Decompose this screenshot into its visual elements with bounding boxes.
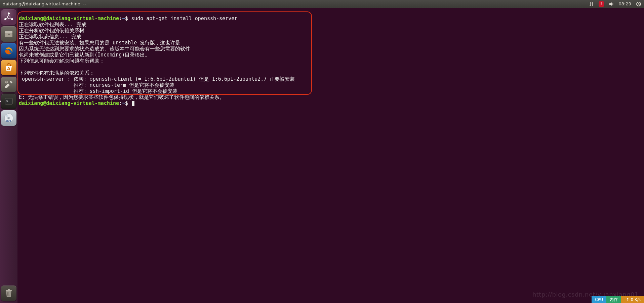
prompt-user: daixiang@daixiang-virtual-machine xyxy=(19,100,119,106)
command-text: sudo apt-get install openssh-server xyxy=(131,15,237,22)
cursor xyxy=(132,101,134,106)
terminal-viewport[interactable]: daixiang@daixiang-virtual-machine:~$ sud… xyxy=(17,8,644,303)
output-line: openssh-server : 依赖: openssh-client (= 1… xyxy=(19,76,295,82)
clock[interactable]: 08:29 xyxy=(619,1,631,6)
prompt-path: ~ xyxy=(122,100,125,106)
svg-text:>_: >_ xyxy=(6,99,11,103)
output-line: 下列软件包有未满足的依赖关系： xyxy=(19,70,94,76)
system-monitor-widget: CPU 内存 ↑ 0 K/s xyxy=(592,296,644,303)
memory-widget[interactable]: 内存 xyxy=(606,296,621,303)
prompt-separator: : xyxy=(119,15,122,22)
output-line: 正在读取软件包列表... 完成 xyxy=(19,22,86,28)
svg-text:A: A xyxy=(7,66,10,71)
svg-point-18 xyxy=(8,118,9,119)
output-line: 推荐: ncurses-term 但是它将不会被安装 xyxy=(19,82,174,88)
files-icon[interactable] xyxy=(1,26,16,42)
output-line: 推荐: ssh-import-id 但是它将不会被安装 xyxy=(19,88,177,94)
dash-icon[interactable] xyxy=(1,9,16,25)
prompt-path: ~ xyxy=(122,15,125,22)
output-line: 有一些软件包无法被安装。如果您用的是 unstable 发行版，这也许是 xyxy=(19,40,180,46)
svg-point-2 xyxy=(5,18,6,20)
sound-indicator-icon[interactable] xyxy=(609,1,614,7)
svg-rect-9 xyxy=(8,34,10,35)
trash-icon[interactable] xyxy=(1,286,16,301)
output-line: 正在读取状态信息... 完成 xyxy=(19,34,103,40)
cpu-widget[interactable]: CPU xyxy=(592,296,606,303)
output-line: 包尚未被创建或是它们已被从新到(Incoming)目录移出。 xyxy=(19,52,150,58)
disc-icon[interactable]: DVD xyxy=(1,110,16,126)
top-menubar: daixiang@daixiang-virtual-machine: ~ ! 0… xyxy=(0,0,644,8)
svg-point-0 xyxy=(7,16,10,18)
software-center-icon[interactable]: A xyxy=(1,60,16,75)
svg-point-1 xyxy=(8,13,10,14)
output-line: 因为系统无法达到您要求的状态造成的。该版本中可能会有一些您需要的软件 xyxy=(19,46,190,52)
output-line: E: 无法修正错误，因为您要求某些软件包保持现状，就是它们破坏了软件包间的依赖关… xyxy=(19,94,225,100)
svg-rect-20 xyxy=(6,290,12,291)
system-settings-icon[interactable] xyxy=(1,77,16,92)
svg-rect-21 xyxy=(8,289,10,290)
error-indicator-icon[interactable]: ! xyxy=(599,1,604,7)
unity-launcher: A >_ DVD xyxy=(0,8,17,303)
svg-text:DVD: DVD xyxy=(6,120,11,122)
network-speed: 0 K/s xyxy=(631,297,641,303)
network-indicator-icon[interactable] xyxy=(589,1,594,7)
prompt-dollar: $ xyxy=(125,15,128,22)
session-indicator-icon[interactable] xyxy=(636,1,641,7)
firefox-icon[interactable] xyxy=(1,43,16,59)
svg-point-3 xyxy=(11,18,13,20)
window-title: daixiang@daixiang-virtual-machine: ~ xyxy=(3,1,87,6)
output-line: 下列信息可能会对解决问题有所帮助： xyxy=(19,58,105,64)
output-line: 正在分析软件包的依赖关系树 xyxy=(19,28,106,34)
prompt-user: daixiang@daixiang-virtual-machine xyxy=(19,15,119,22)
terminal-icon[interactable]: >_ xyxy=(1,93,16,109)
network-widget[interactable]: ↑ 0 K/s xyxy=(621,296,644,303)
svg-line-5 xyxy=(6,18,8,19)
svg-line-6 xyxy=(10,18,11,19)
upload-arrow-icon: ↑ xyxy=(626,297,629,303)
svg-rect-7 xyxy=(5,31,12,33)
